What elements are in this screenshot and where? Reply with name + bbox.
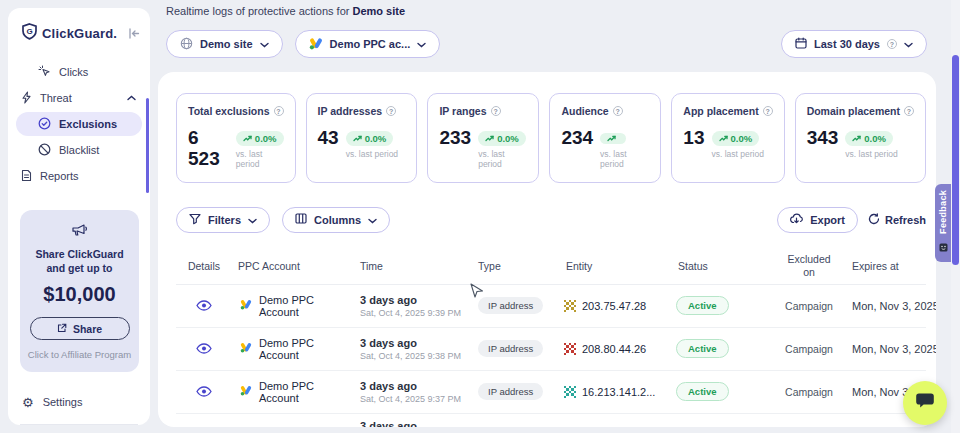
refresh-button[interactable]: Refresh — [868, 213, 926, 227]
column-header-ppc-account[interactable]: PPC Account — [232, 260, 352, 272]
stat-card-ip-addresses: IP addresses? 43 0.0% vs. last period — [306, 93, 418, 183]
stat-label: Total exclusions — [188, 105, 270, 117]
ppc-account-selector-value: Demo PPC ac... — [330, 38, 411, 50]
sidebar-item-label: Clicks — [59, 66, 88, 78]
cloud-download-icon — [790, 213, 803, 226]
sidebar-item-blacklist[interactable]: Blacklist — [16, 138, 142, 162]
column-header-details[interactable]: Details — [176, 260, 232, 272]
sidebar-item-threat[interactable]: Threat — [16, 86, 142, 110]
stat-caption: vs. last period — [478, 149, 527, 169]
trend-up-icon — [243, 135, 252, 142]
entity-value: 208.80.44.26 — [582, 343, 646, 355]
ppc-account-name: Demo PPC Account — [259, 380, 352, 404]
time-relative: 3 days ago — [360, 420, 470, 427]
table-row[interactable]: Demo PPC Account 3 days agoSat, Oct 4, 2… — [176, 328, 926, 371]
sidebar-scrollbar-thumb[interactable] — [146, 98, 149, 193]
date-range-selector[interactable]: Last 30 days ? — [781, 30, 927, 58]
site-selector-value: Demo site — [200, 38, 253, 50]
help-icon[interactable]: ? — [386, 106, 396, 116]
logo-row: G ClickGuard. — [8, 8, 150, 44]
gear-icon: ⚙ — [22, 396, 34, 409]
sidebar-item-clicks[interactable]: Clicks — [16, 60, 142, 84]
refresh-icon — [868, 213, 880, 227]
brand-name: ClickGuard. — [42, 26, 117, 41]
view-details-eye-icon[interactable] — [196, 300, 212, 311]
help-icon: ? — [887, 39, 897, 49]
ppc-account-name: Demo PPC Account — [259, 294, 352, 318]
entity-value: 203.75.47.28 — [582, 300, 646, 312]
column-header-excluded-on[interactable]: Excluded on — [770, 253, 848, 279]
google-ads-icon — [309, 37, 323, 52]
time-absolute: Sat, Oct 4, 2025 9:38 PM — [360, 351, 470, 361]
table-row-partial[interactable]: 3 days ago — [176, 414, 926, 427]
collapse-sidebar-icon[interactable] — [128, 28, 140, 39]
trend-up-icon — [719, 135, 728, 142]
stat-caption: vs. last period — [346, 149, 398, 159]
settings-label: Settings — [43, 396, 83, 408]
help-icon[interactable]: ? — [491, 106, 501, 116]
google-ads-icon — [240, 299, 252, 312]
share-button[interactable]: Share — [30, 317, 130, 340]
filters-button-label: Filters — [208, 214, 241, 226]
trend-up-icon — [485, 135, 494, 142]
column-header-entity[interactable]: Entity — [556, 260, 668, 272]
stat-card-ip-ranges: IP ranges? 233 0.0% vs. last period — [427, 93, 539, 183]
stat-value: 233 — [439, 128, 471, 149]
export-button[interactable]: Export — [777, 207, 858, 233]
page-title-prefix: Realtime logs of protective actions for — [166, 5, 352, 17]
table-toolbar: Filters Columns Export Refresh — [176, 207, 926, 233]
google-ads-icon — [240, 342, 252, 355]
stats-row: Total exclusions? 6 523 0.0% vs. last pe… — [158, 72, 936, 183]
feedback-tab[interactable]: Feedback — [935, 184, 951, 262]
filters-button[interactable]: Filters — [176, 207, 270, 233]
refresh-button-label: Refresh — [885, 214, 926, 226]
sidebar-item-label: Reports — [40, 170, 79, 182]
stat-caption: vs. last period — [712, 149, 764, 159]
export-button-label: Export — [810, 214, 845, 226]
sidebar-item-reports[interactable]: Reports — [16, 164, 142, 188]
site-selector[interactable]: Demo site — [166, 30, 283, 58]
column-header-expires-at[interactable]: Expires at — [848, 260, 926, 272]
sidebar-divider — [20, 424, 138, 425]
date-range-value: Last 30 days — [814, 38, 880, 50]
affiliate-link-caption: Click to Affiliate Program — [26, 349, 133, 360]
promo-amount: $10,000 — [26, 283, 133, 306]
page-scrollbar-thumb[interactable] — [952, 55, 959, 265]
column-header-type[interactable]: Type — [470, 260, 556, 272]
table-row[interactable]: Demo PPC Account 3 days agoSat, Oct 4, 2… — [176, 371, 926, 414]
status-badge: Active — [676, 382, 729, 401]
table-row[interactable]: Demo PPC Account 3 days agoSat, Oct 4, 2… — [176, 285, 926, 328]
promo-headline: Share ClickGuard and get up to — [26, 241, 133, 275]
time-relative: 3 days ago — [360, 380, 470, 392]
sidebar-item-exclusions[interactable]: Exclusions — [16, 112, 142, 136]
stat-value: 234 — [561, 128, 593, 149]
help-icon[interactable]: ? — [613, 106, 623, 116]
ppc-account-name: Demo PPC Account — [259, 337, 352, 361]
help-icon[interactable]: ? — [274, 106, 284, 116]
column-header-time[interactable]: Time — [352, 260, 470, 272]
chat-launcher-button[interactable] — [903, 381, 947, 425]
sidebar: G ClickGuard. Clicks Threat Exclusions — [8, 8, 150, 425]
help-icon[interactable]: ? — [763, 106, 773, 116]
trend-up-icon — [852, 135, 861, 142]
columns-button[interactable]: Columns — [282, 207, 390, 233]
stat-card-audience: Audience? 234 vs. last period — [549, 93, 661, 183]
expires-at-value: Mon, Nov 3, 2025 — [848, 343, 936, 355]
sidebar-item-settings[interactable]: ⚙ Settings — [16, 391, 142, 413]
ppc-account-selector[interactable]: Demo PPC ac... — [295, 30, 441, 58]
megaphone-icon — [71, 223, 89, 240]
affiliate-promo-card[interactable]: Share ClickGuard and get up to $10,000 S… — [20, 210, 139, 372]
stat-delta: 0.0% — [255, 133, 277, 144]
chevron-down-icon — [260, 38, 269, 50]
stat-label: Domain placement — [807, 105, 900, 117]
calendar-icon — [795, 37, 807, 51]
stat-value: 13 — [683, 128, 704, 149]
view-details-eye-icon[interactable] — [196, 386, 212, 397]
view-details-eye-icon[interactable] — [196, 343, 212, 354]
help-icon[interactable]: ? — [904, 106, 914, 116]
trend-up-icon — [607, 135, 616, 142]
sidebar-item-label: Threat — [40, 92, 72, 104]
stat-label: IP addresses — [318, 105, 383, 117]
click-cursor-icon — [38, 65, 51, 80]
column-header-status[interactable]: Status — [668, 260, 770, 272]
